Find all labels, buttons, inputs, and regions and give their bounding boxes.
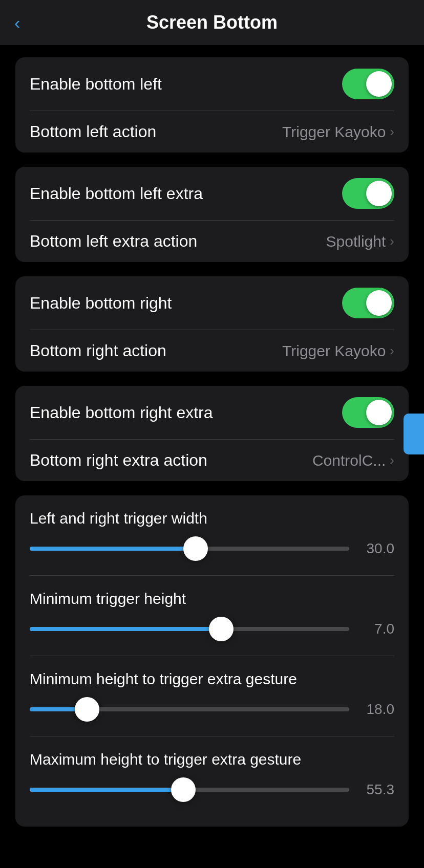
content-area: Enable bottom left Bottom left action Tr… [0,45,424,839]
toggle-label-bottom-right-extra: Enable bottom right extra [30,403,213,422]
toggle-label-bottom-left: Enable bottom left [30,75,162,94]
slider-row-trigger-width: 30.0 [30,536,394,561]
action-row-bottom-left[interactable]: Bottom left action Trigger Kayoko › [15,111,409,153]
slider-label-min-trigger-height: Minimum trigger height [30,590,394,607]
sliders-card: Left and right trigger width 30.0 Minimu… [15,495,409,827]
slider-track-min-extra-gesture-height[interactable] [30,697,349,722]
section-cards: Enable bottom left Bottom left action Tr… [15,57,409,481]
slider-track-trigger-width[interactable] [30,536,349,561]
action-label-bottom-right: Bottom right action [30,341,166,360]
toggle-bottom-left-extra[interactable] [342,178,394,209]
slider-row-max-extra-gesture-height: 55.3 [30,777,394,802]
slider-divider-1 [30,656,394,656]
slider-value-min-trigger-height: 7.0 [358,621,394,637]
action-row-bottom-right-extra[interactable]: Bottom right extra action ControlC... › [15,440,409,481]
page-title: Screen Bottom [146,12,278,33]
slider-label-trigger-width: Left and right trigger width [30,510,394,527]
right-edge-handle [404,414,424,454]
slider-divider-0 [30,575,394,576]
chevron-icon-bottom-left: › [390,124,394,140]
card-bottom-left: Enable bottom left Bottom left action Tr… [15,57,409,153]
slider-thumb-max-extra-gesture-height[interactable] [171,777,196,802]
navigation-bar: ‹ Screen Bottom [0,0,424,45]
toggle-row-bottom-right[interactable]: Enable bottom right [15,276,409,330]
toggle-row-bottom-left[interactable]: Enable bottom left [15,57,409,111]
toggle-label-bottom-left-extra: Enable bottom left extra [30,184,203,203]
action-row-bottom-left-extra[interactable]: Bottom left extra action Spotlight › [15,221,409,262]
slider-thumb-trigger-width[interactable] [183,536,208,561]
toggle-bottom-right-extra[interactable] [342,397,394,428]
slider-thumb-min-trigger-height[interactable] [209,617,234,641]
slider-thumb-min-extra-gesture-height[interactable] [75,697,99,722]
chevron-icon-bottom-right-extra: › [390,452,394,468]
card-bottom-right: Enable bottom right Bottom right action … [15,276,409,372]
slider-track-max-extra-gesture-height[interactable] [30,777,349,802]
chevron-icon-bottom-left-extra: › [390,233,394,249]
slider-fill-max-extra-gesture-height [30,788,183,792]
slider-value-min-extra-gesture-height: 18.0 [358,701,394,718]
slider-section-min-trigger-height: Minimum trigger height 7.0 [30,590,394,641]
slider-sections: Left and right trigger width 30.0 Minimu… [30,510,394,816]
slider-section-min-extra-gesture-height: Minimum height to trigger extra gesture … [30,670,394,722]
action-value-bottom-right-extra: ControlC... › [312,452,394,469]
slider-section-max-extra-gesture-height: Maximum height to trigger extra gesture … [30,751,394,802]
slider-fill-trigger-width [30,547,196,551]
chevron-icon-bottom-right: › [390,343,394,359]
toggle-bottom-left[interactable] [342,69,394,99]
card-bottom-right-extra: Enable bottom right extra Bottom right e… [15,386,409,481]
slider-row-min-extra-gesture-height: 18.0 [30,697,394,722]
slider-value-max-extra-gesture-height: 55.3 [358,782,394,798]
action-label-bottom-right-extra: Bottom right extra action [30,451,207,470]
slider-label-max-extra-gesture-height: Maximum height to trigger extra gesture [30,751,394,768]
slider-section-trigger-width: Left and right trigger width 30.0 [30,510,394,561]
slider-row-min-trigger-height: 7.0 [30,617,394,641]
back-icon: ‹ [14,13,20,33]
slider-divider-2 [30,736,394,736]
toggle-row-bottom-right-extra[interactable]: Enable bottom right extra [15,386,409,439]
action-value-bottom-left-extra: Spotlight › [326,233,394,250]
toggle-label-bottom-right: Enable bottom right [30,294,172,313]
action-value-bottom-left: Trigger Kayoko › [282,123,394,141]
slider-label-min-extra-gesture-height: Minimum height to trigger extra gesture [30,670,394,688]
card-bottom-left-extra: Enable bottom left extra Bottom left ext… [15,167,409,262]
slider-track-min-trigger-height[interactable] [30,617,349,641]
back-button[interactable]: ‹ [14,13,20,33]
action-row-bottom-right[interactable]: Bottom right action Trigger Kayoko › [15,330,409,372]
action-label-bottom-left-extra: Bottom left extra action [30,232,197,251]
slider-fill-min-trigger-height [30,627,221,631]
toggle-row-bottom-left-extra[interactable]: Enable bottom left extra [15,167,409,220]
action-value-bottom-right: Trigger Kayoko › [282,342,394,360]
slider-value-trigger-width: 30.0 [358,540,394,557]
toggle-bottom-right[interactable] [342,288,394,318]
action-label-bottom-left: Bottom left action [30,122,156,141]
